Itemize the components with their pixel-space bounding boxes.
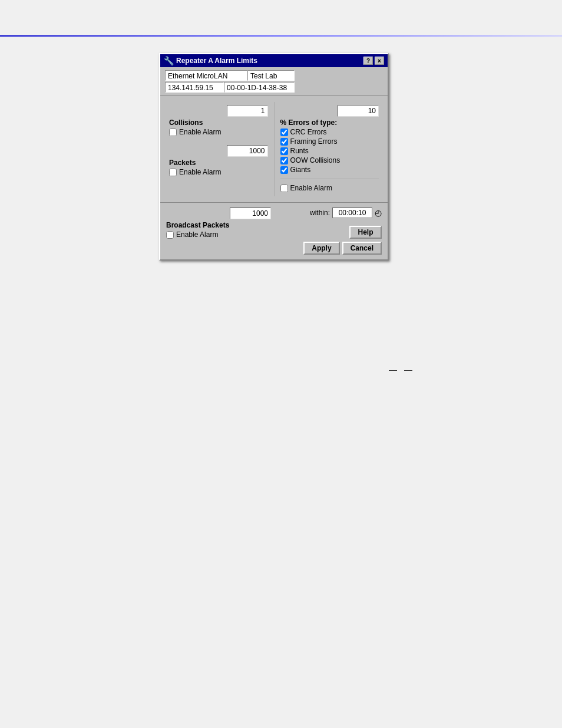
info-row-2: 134.141.59.15 00-00-1D-14-38-38	[165, 82, 383, 93]
crc-errors-checkbox[interactable]	[280, 129, 288, 136]
pct-errors-label: % Errors of type:	[280, 118, 379, 127]
info-area: Ethernet MicroLAN Test Lab 134.141.59.15…	[160, 67, 388, 96]
collisions-enable-alarm-label: Enable Alarm	[179, 128, 221, 136]
pct-errors-enable-alarm-row: Enable Alarm	[280, 184, 379, 192]
broadcast-input-container: 1000	[166, 207, 271, 221]
right-panel: 10 % Errors of type: CRC Errors Framing …	[275, 102, 385, 196]
broadcast-packets-input[interactable]: 1000	[230, 207, 271, 219]
title-bar-left: 🔧 Repeater A Alarm Limits	[164, 56, 257, 65]
device-name-field: Ethernet MicroLAN	[165, 70, 247, 81]
bottom-area: 1000 Broadcast Packets Enable Alarm with…	[160, 202, 388, 259]
giants-row: Giants	[280, 166, 379, 174]
dialog-title: Repeater A Alarm Limits	[176, 57, 257, 65]
info-row-1: Ethernet MicroLAN Test Lab	[165, 70, 383, 81]
help-button[interactable]: Help	[349, 226, 382, 239]
title-buttons: ? ×	[363, 57, 384, 65]
pct-errors-enable-alarm-checkbox[interactable]	[280, 185, 288, 192]
runts-label: Runts	[290, 147, 309, 155]
giants-checkbox[interactable]	[280, 166, 288, 174]
crc-errors-label: CRC Errors	[290, 128, 327, 136]
pct-errors-input[interactable]: 10	[338, 105, 379, 117]
packets-label: Packets	[169, 159, 268, 167]
right-panel-separator	[280, 179, 379, 179]
within-input[interactable]: 00:00:10	[332, 207, 372, 218]
packets-input-container: 1000	[169, 145, 268, 159]
dialog-window: 🔧 Repeater A Alarm Limits ? × Ethernet M…	[159, 53, 389, 261]
broadcast-packets-label: Broadcast Packets	[166, 221, 271, 229]
close-title-button[interactable]: ×	[375, 57, 384, 65]
clock-icon: ◴	[375, 208, 382, 218]
broadcast-enable-alarm-row: Enable Alarm	[166, 230, 271, 239]
left-panel: 1 Collisions Enable Alarm 1000 Packets E…	[163, 102, 275, 196]
packets-enable-alarm-row: Enable Alarm	[169, 168, 268, 176]
runts-row: Runts	[280, 147, 379, 155]
content-area: 1 Collisions Enable Alarm 1000 Packets E…	[160, 96, 388, 202]
framing-errors-row: Framing Errors	[280, 137, 379, 146]
pct-errors-input-container: 10	[280, 105, 379, 118]
collisions-label: Collisions	[169, 118, 268, 127]
framing-errors-label: Framing Errors	[290, 137, 338, 146]
device-location-field: Test Lab	[247, 70, 295, 81]
broadcast-enable-alarm-label: Enable Alarm	[176, 230, 218, 239]
bottom-right-panel: within: 00:00:10 ◴ Help Apply Cancel	[277, 207, 382, 255]
bottom-left-panel: 1000 Broadcast Packets Enable Alarm	[166, 207, 277, 255]
apply-cancel-row: Apply Cancel	[303, 242, 382, 255]
packets-input[interactable]: 1000	[227, 145, 268, 157]
packets-enable-alarm-checkbox[interactable]	[169, 169, 177, 176]
broadcast-enable-alarm-checkbox[interactable]	[166, 231, 174, 239]
runts-checkbox[interactable]	[280, 147, 288, 155]
help-title-button[interactable]: ?	[363, 57, 373, 65]
packets-section: 1000 Packets Enable Alarm	[169, 145, 268, 176]
oow-collisions-label: OOW Collisions	[290, 156, 340, 164]
pct-errors-section: 10 % Errors of type: CRC Errors Framing …	[280, 105, 379, 174]
title-bar: 🔧 Repeater A Alarm Limits ? ×	[160, 54, 388, 67]
framing-errors-checkbox[interactable]	[280, 138, 288, 146]
device-mac-field: 00-00-1D-14-38-38	[224, 82, 295, 93]
top-line	[0, 35, 562, 37]
collisions-input-container: 1	[169, 105, 268, 118]
apply-button[interactable]: Apply	[303, 242, 339, 255]
giants-label: Giants	[290, 166, 311, 174]
packets-enable-alarm-label: Enable Alarm	[179, 168, 221, 176]
within-label: within:	[310, 209, 330, 217]
oow-collisions-checkbox[interactable]	[280, 157, 288, 164]
device-ip-field: 134.141.59.15	[165, 82, 224, 93]
bottom-dashes: — —	[389, 365, 415, 374]
cancel-button[interactable]: Cancel	[342, 242, 382, 255]
crc-errors-row: CRC Errors	[280, 128, 379, 136]
collisions-enable-alarm-checkbox[interactable]	[169, 129, 177, 136]
oow-collisions-row: OOW Collisions	[280, 156, 379, 164]
collisions-input[interactable]: 1	[227, 105, 268, 117]
collisions-enable-alarm-row: Enable Alarm	[169, 128, 268, 136]
pct-errors-enable-alarm-label: Enable Alarm	[290, 184, 332, 192]
within-row: within: 00:00:10 ◴	[310, 207, 382, 218]
collisions-section: 1 Collisions Enable Alarm	[169, 105, 268, 136]
dialog-icon: 🔧	[164, 56, 173, 65]
